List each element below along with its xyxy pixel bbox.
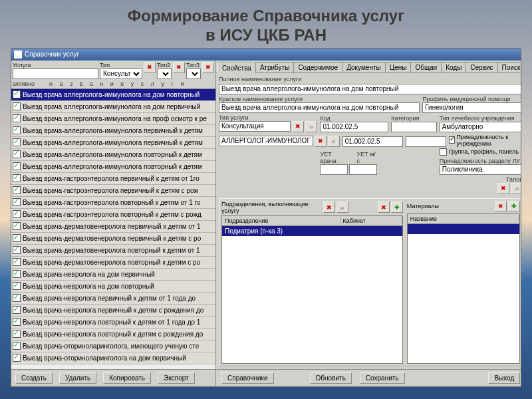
- list-item[interactable]: Выезд врача-невролога первичный к детям …: [11, 305, 215, 317]
- filter-select-tip2[interactable]: [157, 68, 172, 79]
- exit-button[interactable]: Выход: [488, 372, 520, 384]
- dept-clear-icon[interactable]: ✖: [323, 201, 335, 213]
- list-item[interactable]: Выезд врача-дерматовенеролога первичный …: [11, 221, 215, 233]
- field-short-name[interactable]: Выезд врача аллерголога-иммунолога на до…: [219, 102, 420, 113]
- list-item[interactable]: Выезд врача-невролога первичный к детям …: [11, 293, 215, 305]
- list-item[interactable]: Выезд врача-аллерголога-иммунолога перви…: [11, 137, 215, 149]
- refresh-button[interactable]: Обновить: [310, 372, 352, 384]
- list-item[interactable]: Выезд врача-гастроэнтеролога первичный к…: [11, 185, 215, 197]
- tab-цены[interactable]: Цены: [385, 62, 412, 72]
- tab-свойства[interactable]: Свойства: [217, 63, 256, 73]
- copy-button[interactable]: Копировать: [103, 372, 151, 384]
- checkbox-icon[interactable]: [13, 150, 21, 158]
- list-item[interactable]: Выезд врача-оториноларинголога на дом пе…: [11, 352, 215, 364]
- checkbox-icon[interactable]: [13, 126, 21, 134]
- filter-select-tip3[interactable]: [186, 68, 201, 79]
- field-inst-type[interactable]: Амбулаторно: [440, 122, 521, 132]
- checkbox-icon[interactable]: [13, 342, 21, 350]
- checkbox-group[interactable]: [440, 148, 447, 156]
- field-uet-doctor[interactable]: [320, 164, 348, 175]
- checkbox-icon[interactable]: [13, 354, 21, 362]
- checkbox-icon[interactable]: [13, 114, 21, 122]
- clear-tip3-icon[interactable]: ✖: [202, 62, 214, 73]
- checkbox-icon[interactable]: [13, 234, 21, 242]
- field-code2[interactable]: 01.002.02.5: [342, 136, 403, 147]
- tab-атрибуты[interactable]: Атрибуты: [255, 62, 294, 72]
- field-service-type[interactable]: Консультация: [219, 121, 291, 132]
- field-full-name[interactable]: Выезд врача аллерголога-иммунолога на до…: [219, 84, 521, 94]
- list-item[interactable]: Выезд врача-аллерголога-иммунолога повто…: [11, 149, 215, 161]
- checkbox-icon[interactable]: [13, 282, 21, 290]
- filter-input-usluga[interactable]: [13, 68, 98, 79]
- tab-содержимое[interactable]: Содержимое: [293, 62, 342, 72]
- list-item[interactable]: Выезд врача-дерматовенеролога повторный …: [11, 245, 215, 257]
- clear-service-type-icon[interactable]: ✖: [292, 121, 304, 132]
- list-item[interactable]: Выезд врача-гастроэнтеролога повторный к…: [11, 197, 215, 209]
- list-item[interactable]: Выезд врача-невролога повторный к детям …: [11, 317, 215, 329]
- field-code1[interactable]: 01.002.02.5: [320, 122, 388, 132]
- list-item[interactable]: Выезд врача-аллерголога-иммунолога повто…: [11, 161, 215, 173]
- departments-grid[interactable]: ПодразделениеКабинет Педиатрия (п-ка 3): [221, 215, 403, 364]
- service-list[interactable]: Выезд врача аллерголога-иммунолога на до…: [11, 88, 215, 369]
- clear-tip-icon[interactable]: ✖: [144, 62, 156, 73]
- tab-сервис[interactable]: Сервис: [466, 62, 497, 72]
- tab-общая[interactable]: Общая: [410, 62, 442, 72]
- create-button[interactable]: Создать: [15, 372, 53, 384]
- export-button[interactable]: Экспорт: [158, 372, 195, 384]
- checkbox-icon[interactable]: [13, 258, 21, 266]
- field-uet-nurse[interactable]: [349, 164, 377, 175]
- tab-поиск[interactable]: Поиск: [497, 62, 521, 72]
- list-item[interactable]: Выезд врача-невролога повторный к детям …: [11, 329, 215, 340]
- cab-add-icon[interactable]: ✚: [391, 201, 403, 213]
- checkbox-icon[interactable]: [13, 198, 21, 206]
- lookup-specialist-icon[interactable]: ⌕: [328, 136, 340, 147]
- list-item[interactable]: Выезд врача-аллерголога-иммунолога перви…: [11, 125, 215, 137]
- checkbox-icon[interactable]: [13, 318, 21, 326]
- materials-grid[interactable]: Название: [407, 213, 521, 364]
- field-lu-section[interactable]: Поликлиника: [440, 164, 521, 175]
- checkbox-icon[interactable]: [13, 222, 21, 230]
- checkbox-icon[interactable]: [13, 270, 21, 278]
- tab-документы[interactable]: Документы: [342, 62, 386, 72]
- field-category2[interactable]: [406, 136, 446, 147]
- field-specialist[interactable]: АЛЛЕРГОЛОГ-ИММУНОЛОГ: [219, 136, 313, 146]
- checkbox-icon[interactable]: [13, 330, 21, 338]
- clear-tip2-icon[interactable]: ✖: [173, 62, 185, 73]
- checkbox-icon[interactable]: [13, 138, 21, 146]
- checkbox-icon[interactable]: [13, 186, 21, 194]
- list-item[interactable]: Выезд врача-оториноларинголога, имеющего…: [11, 340, 215, 352]
- checkbox-icon[interactable]: [13, 210, 21, 218]
- checkbox-icon[interactable]: [13, 306, 21, 314]
- cab-del-icon[interactable]: ✖: [378, 201, 390, 213]
- list-item[interactable]: Выезд врача-дерматовенеролога первичный …: [11, 233, 215, 245]
- checkbox-icon[interactable]: [13, 102, 21, 110]
- list-item[interactable]: Выезд врача аллерголога-иммунолога на до…: [11, 89, 215, 101]
- list-item[interactable]: Выезд врача-невролога на дом повторный: [11, 281, 215, 293]
- checkbox-icon[interactable]: [13, 294, 21, 302]
- lookup-service-type-icon[interactable]: ⌕: [305, 121, 317, 132]
- list-item[interactable]: Выезд врача аллерголога-иммунолога на до…: [11, 101, 215, 113]
- refs-button[interactable]: Справочники: [221, 372, 274, 384]
- checkbox-icon[interactable]: [13, 174, 21, 182]
- list-item[interactable]: Выезд врача аллерголога-иммунолога на пр…: [11, 113, 215, 125]
- checkbox-icon[interactable]: [13, 162, 21, 170]
- dept-row[interactable]: Педиатрия (п-ка 3): [222, 226, 402, 236]
- field-category[interactable]: [391, 122, 437, 132]
- checkbox-icon[interactable]: [13, 90, 21, 98]
- talon-clear-icon[interactable]: ✖: [497, 183, 509, 194]
- dept-lookup-icon[interactable]: ⌕: [336, 201, 348, 213]
- delete-button[interactable]: Удалить: [59, 372, 96, 384]
- clear-specialist-icon[interactable]: ✖: [315, 136, 327, 147]
- checkbox-belongs[interactable]: [449, 136, 455, 144]
- mat-add-icon[interactable]: ✚: [508, 201, 520, 212]
- list-item[interactable]: Выезд врача-дерматовенеролога повторный …: [11, 257, 215, 269]
- field-profile[interactable]: Гинекология: [422, 102, 521, 113]
- checkbox-icon[interactable]: [13, 246, 21, 254]
- tab-коды[interactable]: Коды: [441, 62, 466, 72]
- save-button[interactable]: Сохранить: [360, 372, 405, 384]
- list-item[interactable]: Выезд врача-гастроэнтеролога повторный к…: [11, 209, 215, 221]
- filter-select-tip[interactable]: Консульт: [100, 68, 142, 79]
- list-item[interactable]: Выезд врача-невролога на дом первичный: [11, 269, 215, 281]
- talon-lookup-icon[interactable]: ⌕: [511, 183, 521, 194]
- list-item[interactable]: Выезд врача-гастроэнтеролога первичный к…: [11, 173, 215, 185]
